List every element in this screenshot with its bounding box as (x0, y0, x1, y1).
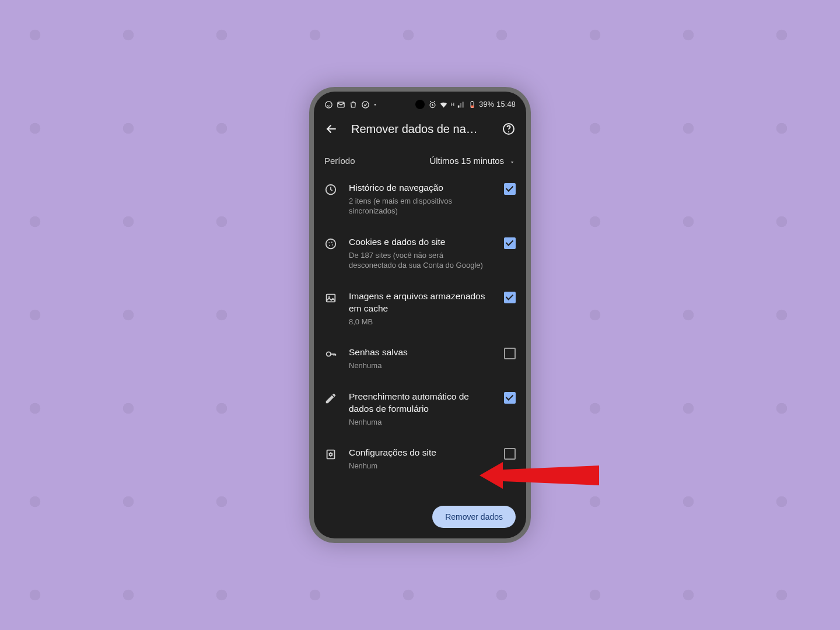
svg-point-18 (327, 352, 331, 356)
item-subtitle: 2 itens (e mais em dispositivos sincroni… (349, 196, 492, 216)
battery-percent-label: 39% (479, 100, 494, 108)
check-circle-icon (361, 100, 370, 109)
period-row: Período Últimos 15 minutos (314, 142, 526, 173)
checkbox-cookies[interactable] (504, 237, 516, 249)
checkbox-browsing-history[interactable] (504, 183, 516, 195)
item-title: Cookies e dados do site (349, 236, 492, 249)
svg-point-9 (508, 131, 509, 132)
svg-point-3 (374, 104, 376, 105)
item-title: Imagens e arquivos armazenados em cache (349, 290, 492, 315)
item-subtitle: De 187 sites (você não será desconectado… (349, 250, 492, 271)
item-subtitle: 8,0 MB (349, 317, 492, 327)
signal-icon (457, 100, 466, 109)
svg-rect-7 (472, 101, 474, 102)
period-label: Período (324, 156, 355, 166)
mail-icon (337, 100, 345, 109)
svg-rect-19 (327, 450, 335, 459)
image-icon (324, 292, 337, 304)
action-area: Remover dados (314, 506, 526, 538)
app-header: Remover dados de na… (314, 114, 526, 142)
svg-point-20 (330, 453, 332, 456)
checkbox-site-settings[interactable] (504, 448, 516, 460)
settings-page-icon (324, 448, 337, 461)
whatsapp-icon (324, 100, 333, 109)
clear-data-button[interactable]: Remover dados (432, 506, 516, 528)
item-autofill[interactable]: Preenchimento automático de dados de for… (314, 382, 526, 438)
svg-point-0 (326, 101, 332, 107)
item-title: Histórico de navegação (349, 182, 492, 194)
chevron-down-icon (509, 158, 516, 164)
svg-point-14 (329, 245, 330, 246)
item-title: Preenchimento automático de dados de for… (349, 391, 492, 415)
cookie-icon (324, 237, 337, 250)
checkbox-passwords[interactable] (504, 348, 516, 359)
battery-icon (468, 100, 477, 109)
period-value: Últimos 15 minutos (429, 156, 504, 166)
period-dropdown[interactable]: Últimos 15 minutos (429, 156, 516, 166)
clock-label: 15:48 (496, 100, 516, 108)
checkbox-cached-images[interactable] (504, 292, 516, 303)
wifi-icon (439, 100, 448, 109)
shopping-icon (349, 100, 358, 109)
svg-rect-6 (471, 105, 474, 107)
item-subtitle: Nenhuma (349, 417, 492, 428)
back-button[interactable] (324, 122, 338, 136)
svg-point-11 (326, 239, 336, 249)
item-subtitle: Nenhuma (349, 360, 492, 371)
checkbox-autofill[interactable] (504, 392, 516, 404)
history-icon (324, 183, 337, 196)
page-title: Remover dados de na… (351, 123, 489, 136)
help-button[interactable] (502, 122, 516, 136)
item-browsing-history[interactable]: Histórico de navegação 2 itens (e mais e… (314, 173, 526, 227)
item-cached-images[interactable]: Imagens e arquivos armazenados em cache … (314, 281, 526, 337)
key-icon (324, 348, 337, 360)
network-type-label: H (450, 102, 454, 107)
item-title: Configurações do site (349, 447, 492, 459)
svg-rect-16 (327, 295, 335, 302)
edit-icon (324, 392, 337, 405)
svg-point-15 (332, 244, 333, 246)
alarm-icon (428, 100, 437, 109)
data-type-list: Histórico de navegação 2 itens (e mais e… (314, 173, 526, 506)
svg-point-13 (331, 242, 332, 243)
camera-punch-hole (415, 100, 425, 109)
item-passwords[interactable]: Senhas salvas Nenhuma (314, 337, 526, 381)
phone-screen: H 39% 15:48 Remover dados de na… (314, 92, 526, 538)
item-subtitle: Nenhum (349, 461, 492, 471)
phone-frame: H 39% 15:48 Remover dados de na… (309, 87, 531, 543)
dot-icon (373, 100, 377, 109)
svg-point-2 (362, 101, 369, 107)
item-title: Senhas salvas (349, 346, 492, 359)
svg-point-12 (328, 242, 330, 243)
item-cookies[interactable]: Cookies e dados do site De 187 sites (vo… (314, 227, 526, 281)
item-site-settings[interactable]: Configurações do site Nenhum (314, 438, 526, 481)
